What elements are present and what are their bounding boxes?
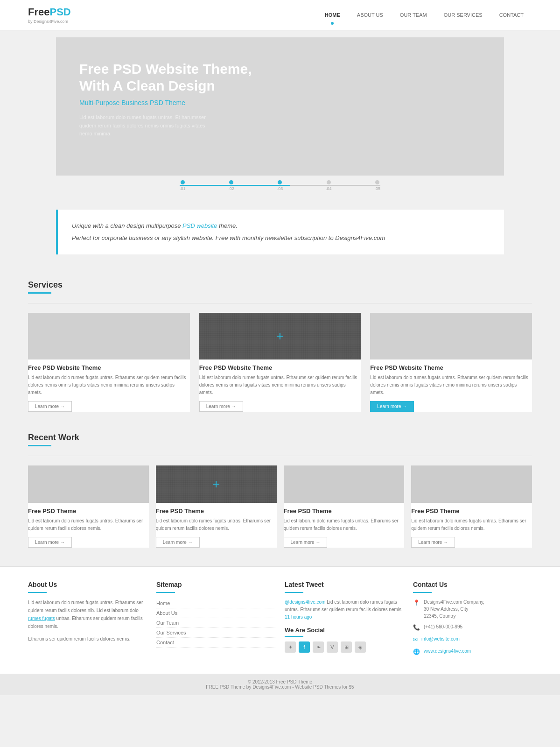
dot-4[interactable] xyxy=(327,180,331,184)
services-cards: Free PSD Website Theme Lid est laborum d… xyxy=(28,313,532,412)
contact-website-row: 🌐 www.designs4five.com xyxy=(413,648,532,656)
social-title: We Are Social xyxy=(285,627,404,634)
service-card-2-plus-icon: + xyxy=(276,329,284,344)
social-underline xyxy=(285,636,303,637)
work-card-3-img xyxy=(284,465,405,503)
service-card-2-title: Free PSD Website Theme xyxy=(199,364,361,371)
footer-bottom: © 2012-2013 Free PSD Theme FREE PSD Them… xyxy=(0,674,560,695)
work-card-4-img xyxy=(411,465,532,503)
service-card-2-text: Lid est laborum dolo rumes fugats untras… xyxy=(199,374,361,396)
nav-team[interactable]: OUR TEAM xyxy=(392,7,435,22)
footer-tweet-title: Latest Tweet xyxy=(285,581,404,588)
social-other[interactable]: ◈ xyxy=(355,641,366,653)
service-card-1-text: Lid est laborum dolo rumes fugats untras… xyxy=(28,374,190,396)
service-card-1: Free PSD Website Theme Lid est laborum d… xyxy=(28,313,190,412)
work-card-2-btn[interactable]: Learn more xyxy=(156,537,200,548)
dot-3[interactable] xyxy=(278,180,282,184)
footer-sitemap-title: Sitemap xyxy=(156,581,275,588)
footer-about-link[interactable]: rumes fugats xyxy=(28,616,55,621)
service-card-1-btn[interactable]: Learn more xyxy=(28,401,72,412)
cursor-icon: 〉 xyxy=(350,350,356,357)
contact-email[interactable]: info@website.com xyxy=(421,635,460,642)
services-underline xyxy=(28,292,51,294)
service-card-2-img: + 〉 xyxy=(199,313,361,359)
footer-contact-title: Contact Us xyxy=(413,581,532,588)
quote-highlight: PSD website xyxy=(182,222,217,229)
social-twitter[interactable]: ✦ xyxy=(285,641,296,653)
work-cursor-icon: 〉 xyxy=(266,493,272,500)
main-nav: HOME ABOUT US OUR TEAM OUR SERVICES CONT… xyxy=(316,7,532,22)
service-card-3-text: Lid est laborum dolo rumes fugats untras… xyxy=(370,374,532,396)
nav-contact[interactable]: CONTACT xyxy=(491,7,532,22)
work-card-2: + 〉 Free PSD Theme Lid est laborum dolo … xyxy=(156,465,277,548)
logo: FreePSD by Designs4Five.com xyxy=(28,6,71,24)
social-windows[interactable]: ⊞ xyxy=(341,641,352,653)
social-rss[interactable]: ❧ xyxy=(313,641,324,653)
services-section: Services Free PSD Website Theme Lid est … xyxy=(0,268,560,421)
work-card-1: Free PSD Theme Lid est laborum dolo rume… xyxy=(28,465,149,548)
logo-subtitle: by Designs4Five.com xyxy=(28,19,71,24)
work-card-1-text: Lid est laborum dolo rumes fugats untras… xyxy=(28,517,149,532)
recent-work-cards: Free PSD Theme Lid est laborum dolo rume… xyxy=(28,465,532,548)
sitemap-team[interactable]: Our Team xyxy=(156,618,275,628)
nav-services[interactable]: OUR SERVICES xyxy=(435,7,491,22)
work-card-2-title: Free PSD Theme xyxy=(156,507,277,514)
tweet-body: @designs4five.com Lid est laborum dolo r… xyxy=(285,599,404,621)
dot-1[interactable] xyxy=(181,180,185,184)
work-card-4: Free PSD Theme Lid est laborum dolo rume… xyxy=(411,465,532,548)
slider-dots: .01 .02 .03 .04 .05 xyxy=(28,176,532,196)
footer-contact-underline xyxy=(413,592,432,593)
tweet-user[interactable]: @designs4five.com xyxy=(285,599,325,605)
work-card-3-btn[interactable]: Learn more xyxy=(284,537,328,548)
footer-sub: FREE PSD Theme by Designs4Five.com - Web… xyxy=(6,684,554,690)
services-title: Services xyxy=(28,280,532,290)
contact-address: Designs4Five.com Company,30 New Address,… xyxy=(424,599,484,620)
service-card-1-img xyxy=(28,313,190,359)
contact-phone-row: 📞 (+41) 560-000-995 xyxy=(413,623,532,632)
sitemap-about[interactable]: About Us xyxy=(156,608,275,618)
email-icon: ✉ xyxy=(413,635,418,644)
dot-2[interactable] xyxy=(229,180,233,184)
header: FreePSD by Designs4Five.com HOME ABOUT U… xyxy=(0,0,560,30)
nav-about[interactable]: ABOUT US xyxy=(349,7,392,22)
service-card-2-btn[interactable]: Learn more xyxy=(199,401,243,412)
footer-about-underline xyxy=(28,592,47,593)
social-vimeo[interactable]: V xyxy=(327,641,338,653)
contact-phone: (+41) 560-000-995 xyxy=(424,623,462,630)
footer-contact: Contact Us 📍 Designs4Five.com Company,30… xyxy=(413,581,532,660)
work-card-3-text: Lid est laborum dolo rumes fugats untras… xyxy=(284,517,405,532)
service-card-3-btn[interactable]: Learn more xyxy=(370,401,414,412)
contact-website[interactable]: www.designs4five.com xyxy=(424,648,471,655)
hero-title: Free PSD Website Theme,With A Clean Desi… xyxy=(79,61,481,94)
service-card-3-title: Free PSD Website Theme xyxy=(370,364,532,371)
footer-tweet-underline xyxy=(285,592,303,593)
contact-email-row: ✉ info@website.com xyxy=(413,635,532,644)
quote-line2: Perfect for corporate business or any st… xyxy=(72,233,490,243)
hero-section: Free PSD Website Theme,With A Clean Desi… xyxy=(56,37,504,176)
footer-tweet: Latest Tweet @designs4five.com Lid est l… xyxy=(285,581,404,660)
dot-5[interactable] xyxy=(375,180,379,184)
phone-icon: 📞 xyxy=(413,623,420,632)
work-card-1-btn[interactable]: Learn more xyxy=(28,537,72,548)
sitemap-services[interactable]: Our Services xyxy=(156,628,275,638)
nav-home[interactable]: HOME xyxy=(316,7,349,22)
work-card-2-img: + 〉 xyxy=(156,465,277,503)
work-card-4-text: Lid est laborum dolo rumes fugats untras… xyxy=(411,517,532,532)
work-card-2-text: Lid est laborum dolo rumes fugats untras… xyxy=(156,517,277,532)
social-facebook[interactable]: f xyxy=(299,641,310,653)
sitemap-contact[interactable]: Contact xyxy=(156,638,275,648)
footer-sitemap-underline xyxy=(156,592,175,593)
work-card-3: Free PSD Theme Lid est laborum dolo rume… xyxy=(284,465,405,548)
logo-free: Free xyxy=(28,6,49,18)
quote-section: Unique with a clean design multipurpose … xyxy=(56,210,504,255)
footer-main: About Us Lid est laborum dolo rumes fuga… xyxy=(0,566,560,674)
map-icon: 📍 xyxy=(413,599,420,607)
footer-about: About Us Lid est laborum dolo rumes fuga… xyxy=(28,581,147,660)
footer-about-text: Lid est laborum dolo rumes fugats untras… xyxy=(28,599,147,630)
service-card-3: Free PSD Website Theme Lid est laborum d… xyxy=(370,313,532,412)
work-card-4-btn[interactable]: Learn more xyxy=(411,537,455,548)
hero-body: Lid est laborum dolo rumes fugats untras… xyxy=(79,113,210,138)
recent-work-title: Recent Work xyxy=(28,433,532,443)
footer-about-text2: Etharums ser quidem rerum facilis dolore… xyxy=(28,635,147,643)
sitemap-home[interactable]: Home xyxy=(156,599,275,608)
